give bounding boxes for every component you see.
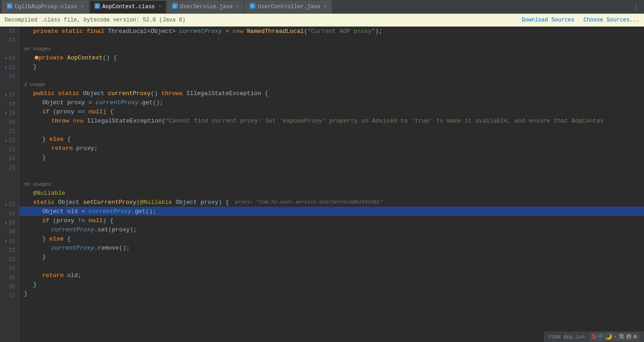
info-bar: Decompiled .class file, bytecode version…: [0, 14, 644, 27]
code-line-31: } else {: [19, 234, 644, 243]
line-num-30: 30: [3, 228, 15, 237]
line-num-12: 12: [3, 27, 15, 36]
code-line-33: }: [19, 252, 644, 262]
tab-close-usercontroller[interactable]: ×: [324, 5, 327, 10]
code-line-36: }: [19, 280, 644, 289]
code-line-15: }: [19, 62, 644, 71]
line-num-32: 32: [3, 246, 15, 255]
line-num-28: 28: [3, 209, 15, 219]
tab-bar-overflow[interactable]: ⋮: [633, 2, 642, 11]
code-line-12: private static final ThreadLocal<Object>…: [19, 27, 644, 36]
im-gear-icon[interactable]: ⚙: [633, 333, 637, 340]
code-line-30: currentProxy.set(proxy);: [19, 225, 644, 234]
code-line-34: [19, 262, 644, 271]
download-sources-button[interactable]: Download Sources: [522, 17, 574, 23]
tab-aopcontext[interactable]: CAopContext.class×: [90, 0, 166, 13]
code-line-meta-2: no usages: [19, 45, 644, 53]
code-line-29: if (proxy != null) {: [19, 216, 644, 225]
code-line-20: throw new IllegalStateException("Cannot …: [19, 116, 644, 125]
line-num-26: [3, 191, 15, 200]
line-num-37: 37: [3, 292, 15, 301]
svg-text:C: C: [96, 4, 99, 8]
line-num-35: 35: [3, 273, 15, 283]
code-line-16: [19, 71, 644, 80]
tab-bar: CCglibAopProxy.class×CAopContext.class×C…: [0, 0, 644, 14]
inline-hint-27: proxy: "com.hz.user.service.UserService@…: [229, 199, 383, 205]
code-content[interactable]: private static final ThreadLocal<Object>…: [19, 27, 644, 342]
code-line-27: static Object setCurrentProxy(@Nullable …: [19, 198, 644, 207]
code-line-meta-17: no usages: [19, 180, 644, 188]
code-line-32: currentProxy.remove();: [19, 243, 644, 252]
line-num-36: 36: [3, 283, 15, 292]
tab-label-userservice: UserService.java: [180, 4, 232, 10]
code-line-21: [19, 125, 644, 134]
code-line-25: [19, 162, 644, 171]
svg-text:C: C: [8, 4, 11, 8]
line-num-15: ▾15: [3, 63, 15, 72]
bottom-bar: CSDN @pp_lan S 中 🌙 · 简 拼 ⚙: [544, 331, 644, 342]
tab-icon-userservice: C: [172, 3, 178, 11]
line-num-meta-17: [3, 182, 15, 191]
tab-label-aopcontext: AopContext.class: [102, 4, 155, 10]
line-num-24: 24: [3, 155, 15, 164]
code-area: 1213▾14▾1516▾1718▾192021▾22232425▾2728▾2…: [0, 27, 644, 342]
input-method-widget[interactable]: S 中 🌙 · 简 拼 ⚙: [589, 332, 639, 341]
code-line-17: public static Object currentProxy() thro…: [19, 89, 644, 98]
code-line-22: } else {: [19, 134, 644, 144]
tab-label-cglib: CglibAopProxy.class: [15, 4, 77, 10]
tab-label-usercontroller: UserController.java: [258, 4, 320, 10]
code-line-26: @Nullable: [19, 188, 644, 198]
decompile-info-text: Decompiled .class file, bytecode version…: [5, 17, 185, 23]
info-bar-actions: Download Sources Choose Sources...: [522, 17, 639, 23]
line-num-33: 33: [3, 255, 15, 264]
code-line-19: if (proxy == null) {: [19, 107, 644, 116]
line-num-21: 21: [3, 127, 15, 136]
im-pin: 拼: [626, 333, 632, 341]
line-num-18: 18: [3, 100, 15, 109]
line-numbers: 1213▾14▾1516▾1718▾192021▾22232425▾2728▾2…: [0, 27, 19, 342]
code-line-28: Object old = currentProxy.get();: [19, 207, 644, 216]
line-num-meta-2: [3, 45, 15, 54]
tab-icon-cglib: C: [7, 3, 12, 11]
svg-text:C: C: [251, 4, 254, 8]
tab-userservice[interactable]: CUserService.java×: [167, 0, 244, 13]
code-line-37: }: [19, 289, 644, 298]
code-line-13: [19, 36, 644, 45]
code-line-24: }: [19, 153, 644, 162]
line-num-20: 20: [3, 118, 15, 127]
tab-close-userservice[interactable]: ×: [236, 5, 239, 10]
line-num-27: ▾27: [3, 200, 15, 209]
tab-icon-aopcontext: C: [95, 3, 100, 11]
line-num-22: ▾22: [3, 136, 15, 145]
line-num-meta-6: [3, 81, 15, 91]
line-num-25: 25: [3, 164, 15, 173]
tab-icon-usercontroller: C: [250, 3, 255, 11]
code-line-14: private AopContext() {: [19, 53, 644, 62]
im-jian: 简: [619, 333, 624, 341]
line-num-13: 13: [3, 36, 15, 45]
line-num-29: ▾29: [3, 219, 15, 228]
breakpoint-marker-14: [35, 56, 38, 59]
line-num-34: 34: [3, 264, 15, 273]
code-line-23: return proxy;: [19, 144, 644, 153]
line-num-17: ▾17: [3, 91, 15, 100]
line-num-19: ▾19: [3, 109, 15, 118]
attribution-text: CSDN @pp_lan: [549, 334, 585, 340]
im-s-icon: S: [592, 333, 596, 341]
line-num-16: 16: [3, 72, 15, 81]
tab-close-aopcontext[interactable]: ×: [158, 4, 161, 9]
tab-usercontroller[interactable]: CUserController.java×: [245, 0, 332, 13]
im-dot: ·: [614, 334, 617, 340]
code-line-35: return old;: [19, 271, 644, 280]
line-num-meta-16: [3, 173, 15, 182]
line-num-31: ▾31: [3, 237, 15, 246]
choose-sources-button[interactable]: Choose Sources...: [584, 17, 639, 23]
line-num-23: 23: [3, 145, 15, 155]
tab-cglib[interactable]: CCglibAopProxy.class×: [2, 0, 89, 13]
code-line-18: Object proxy = currentProxy.get();: [19, 98, 644, 107]
svg-text:C: C: [174, 4, 176, 8]
im-moon-icon: 🌙: [605, 333, 612, 340]
line-num-14: ▾14: [3, 54, 15, 63]
im-cn-label: 中: [598, 333, 603, 341]
tab-close-cglib[interactable]: ×: [81, 5, 84, 10]
